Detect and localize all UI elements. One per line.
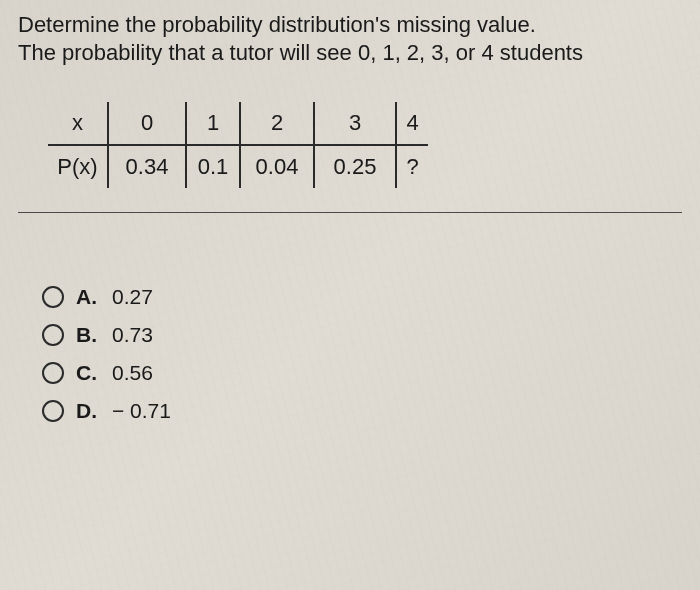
choice-c[interactable]: C. 0.56	[42, 361, 682, 385]
choice-a[interactable]: A. 0.27	[42, 285, 682, 309]
x-2: 2	[240, 102, 314, 145]
x-3: 3	[314, 102, 396, 145]
x-0: 0	[108, 102, 186, 145]
choice-value: 0.73	[112, 323, 153, 347]
row-label-x: x	[48, 102, 108, 145]
px-0: 0.34	[108, 145, 186, 188]
choice-letter: C.	[76, 361, 100, 385]
choice-value: 0.27	[112, 285, 153, 309]
answer-choices: A. 0.27 B. 0.73 C. 0.56 D. − 0.71	[42, 285, 682, 423]
choice-letter: A.	[76, 285, 100, 309]
x-4: 4	[396, 102, 428, 145]
divider	[18, 212, 682, 213]
row-label-px: P(x)	[48, 145, 108, 188]
question-line-1: Determine the probability distribution's…	[18, 12, 682, 38]
choice-b[interactable]: B. 0.73	[42, 323, 682, 347]
px-3: 0.25	[314, 145, 396, 188]
choice-value: − 0.71	[112, 399, 171, 423]
choice-d[interactable]: D. − 0.71	[42, 399, 682, 423]
choice-letter: B.	[76, 323, 100, 347]
x-1: 1	[186, 102, 240, 145]
radio-icon[interactable]	[42, 362, 64, 384]
table-row-px: P(x) 0.34 0.1 0.04 0.25 ?	[48, 145, 428, 188]
choice-value: 0.56	[112, 361, 153, 385]
radio-icon[interactable]	[42, 400, 64, 422]
px-2: 0.04	[240, 145, 314, 188]
probability-table: x 0 1 2 3 4 P(x) 0.34 0.1 0.04 0.25 ?	[48, 102, 682, 188]
px-4: ?	[396, 145, 428, 188]
table-row-x: x 0 1 2 3 4	[48, 102, 428, 145]
radio-icon[interactable]	[42, 286, 64, 308]
radio-icon[interactable]	[42, 324, 64, 346]
choice-letter: D.	[76, 399, 100, 423]
question-line-2: The probability that a tutor will see 0,…	[18, 40, 682, 66]
px-1: 0.1	[186, 145, 240, 188]
